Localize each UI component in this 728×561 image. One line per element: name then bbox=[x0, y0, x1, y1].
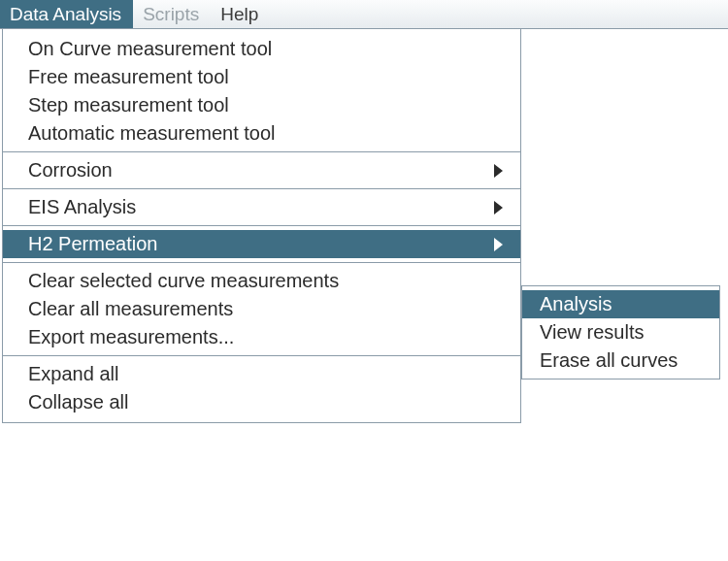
subitem-label: View results bbox=[540, 321, 644, 343]
group-eis: EIS Analysis bbox=[3, 188, 520, 225]
submenu-h2-permeation: Analysis View results Erase all curves bbox=[521, 285, 720, 380]
subitem-label: Erase all curves bbox=[540, 349, 678, 371]
group-corrosion: Corrosion bbox=[3, 151, 520, 188]
item-expand-all[interactable]: Expand all bbox=[3, 360, 520, 388]
item-export-measurements[interactable]: Export measurements... bbox=[3, 323, 520, 351]
item-label: On Curve measurement tool bbox=[28, 38, 272, 60]
item-label: Collapse all bbox=[28, 391, 128, 413]
item-clear-selected[interactable]: Clear selected curve measurements bbox=[3, 267, 520, 295]
item-label: Export measurements... bbox=[28, 326, 234, 348]
subitem-label: Analysis bbox=[540, 293, 612, 314]
menu-scripts[interactable]: Scripts bbox=[133, 0, 211, 28]
item-free-measurement[interactable]: Free measurement tool bbox=[3, 63, 520, 91]
item-automatic-measurement[interactable]: Automatic measurement tool bbox=[3, 119, 520, 148]
menu-data-analysis[interactable]: Data Analysis bbox=[0, 0, 133, 28]
group-clear-export: Clear selected curve measurements Clear … bbox=[3, 262, 520, 355]
group-h2: H2 Permeation bbox=[3, 225, 520, 262]
submenu-arrow-icon bbox=[494, 238, 503, 251]
item-label: Clear all measurements bbox=[28, 298, 233, 320]
dropdown-data-analysis: On Curve measurement tool Free measureme… bbox=[2, 29, 521, 423]
item-h2-permeation[interactable]: H2 Permeation bbox=[3, 230, 520, 258]
item-label: Free measurement tool bbox=[28, 66, 229, 88]
item-clear-all[interactable]: Clear all measurements bbox=[3, 295, 520, 323]
item-label: EIS Analysis bbox=[28, 196, 136, 218]
submenu-arrow-icon bbox=[494, 164, 503, 178]
menu-help[interactable]: Help bbox=[211, 0, 270, 28]
menubar: Data Analysis Scripts Help bbox=[0, 0, 728, 29]
subitem-erase-all-curves[interactable]: Erase all curves bbox=[522, 346, 719, 375]
item-label: Corrosion bbox=[28, 159, 113, 182]
item-corrosion[interactable]: Corrosion bbox=[3, 156, 520, 184]
item-step-measurement[interactable]: Step measurement tool bbox=[3, 91, 520, 119]
item-label: H2 Permeation bbox=[28, 233, 157, 255]
subitem-analysis[interactable]: Analysis bbox=[522, 290, 719, 318]
item-label: Step measurement tool bbox=[28, 94, 229, 116]
item-label: Automatic measurement tool bbox=[28, 122, 276, 145]
item-label: Clear selected curve measurements bbox=[28, 270, 339, 292]
submenu-arrow-icon bbox=[494, 201, 503, 214]
group-measurement-tools: On Curve measurement tool Free measureme… bbox=[3, 29, 520, 151]
group-expand-collapse: Expand all Collapse all bbox=[3, 355, 520, 422]
item-on-curve-measurement[interactable]: On Curve measurement tool bbox=[3, 35, 520, 63]
item-collapse-all[interactable]: Collapse all bbox=[3, 388, 520, 416]
subitem-view-results[interactable]: View results bbox=[522, 318, 719, 346]
item-label: Expand all bbox=[28, 363, 118, 385]
item-eis-analysis[interactable]: EIS Analysis bbox=[3, 193, 520, 221]
